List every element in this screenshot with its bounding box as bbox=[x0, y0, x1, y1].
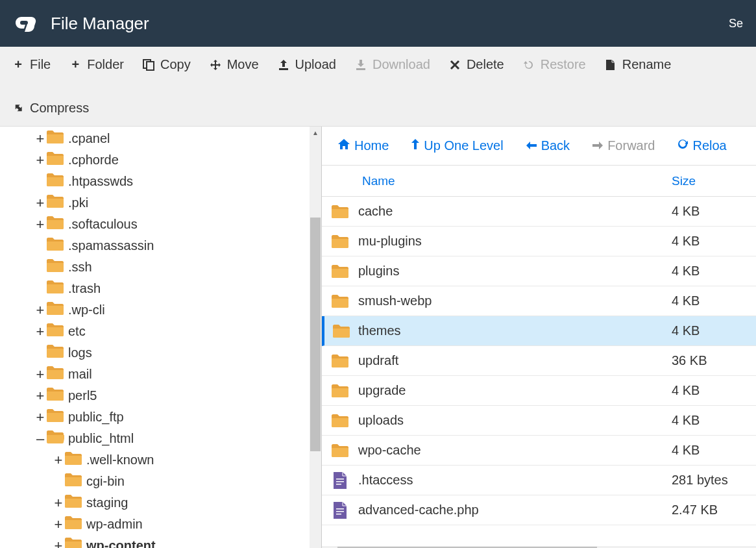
tree-item-wpadmin[interactable]: +wp-admin bbox=[36, 514, 321, 535]
document-icon bbox=[604, 58, 617, 71]
expand-toggle-icon[interactable]: + bbox=[36, 132, 45, 146]
expand-toggle-icon[interactable]: + bbox=[54, 539, 63, 549]
expand-toggle-icon[interactable] bbox=[36, 175, 45, 189]
home-button[interactable]: Home bbox=[337, 138, 389, 153]
download-button[interactable]: Download bbox=[354, 53, 430, 76]
tree-item-publichtml[interactable]: –public_html bbox=[36, 428, 321, 449]
expand-toggle-icon[interactable]: + bbox=[36, 196, 45, 210]
tree-item-publicftp[interactable]: +public_ftp bbox=[36, 406, 321, 428]
tree-item-label: public_html bbox=[68, 431, 134, 446]
file-row[interactable]: mu-plugins4 KB bbox=[322, 227, 756, 256]
tree-item-wellknown[interactable]: +.well-known bbox=[36, 449, 321, 471]
file-row[interactable]: plugins4 KB bbox=[322, 256, 756, 286]
expand-toggle-icon[interactable]: + bbox=[54, 496, 63, 510]
file-size: 2.47 KB bbox=[672, 503, 756, 517]
tree-item-spamassassin[interactable]: .spamassassin bbox=[36, 235, 321, 256]
new-file-button[interactable]: +File bbox=[12, 53, 51, 76]
file-size: 4 KB bbox=[672, 264, 756, 279]
folder-icon bbox=[46, 130, 64, 147]
tree-item-etc[interactable]: +etc bbox=[36, 321, 321, 342]
folder-icon bbox=[64, 516, 82, 533]
file-row[interactable]: updraft36 KB bbox=[322, 346, 756, 376]
tree-item-perl5[interactable]: +perl5 bbox=[36, 385, 321, 406]
file-row[interactable]: smush-webp4 KB bbox=[322, 286, 756, 316]
tree-item-label: staging bbox=[86, 495, 128, 510]
tree-item-pki[interactable]: +.pki bbox=[36, 192, 321, 214]
file-name: uploads bbox=[358, 413, 672, 428]
new-folder-button[interactable]: +Folder bbox=[69, 53, 124, 76]
arrow-left-icon bbox=[526, 138, 537, 153]
scroll-thumb[interactable] bbox=[310, 218, 321, 451]
file-row[interactable]: .htaccess281 bytes bbox=[322, 466, 756, 495]
tree-item-logs[interactable]: logs bbox=[36, 342, 321, 364]
upload-button[interactable]: Upload bbox=[277, 53, 336, 76]
folder-icon bbox=[46, 258, 64, 276]
tree-item-cpanel[interactable]: +.cpanel bbox=[36, 128, 321, 149]
tree-item-cphorde[interactable]: +.cphorde bbox=[36, 149, 321, 171]
sidebar-scrollbar[interactable]: ▲ ▼ bbox=[310, 127, 321, 548]
plus-icon: + bbox=[69, 58, 82, 71]
tree-item-label: wp-content bbox=[86, 538, 156, 548]
folder-icon bbox=[46, 151, 64, 169]
file-row[interactable]: upgrade4 KB bbox=[322, 376, 756, 406]
move-button[interactable]: Move bbox=[209, 53, 259, 76]
expand-toggle-icon[interactable]: + bbox=[36, 389, 45, 403]
expand-toggle-icon[interactable] bbox=[36, 239, 45, 253]
tree-item-wpcli[interactable]: +.wp-cli bbox=[36, 299, 321, 321]
expand-toggle-icon[interactable] bbox=[36, 346, 45, 360]
file-name: smush-webp bbox=[358, 293, 672, 308]
compress-button[interactable]: Compress bbox=[12, 97, 744, 119]
copy-button[interactable]: Copy bbox=[142, 53, 191, 76]
file-row[interactable]: wpo-cache4 KB bbox=[322, 436, 756, 466]
reload-button[interactable]: Reloa bbox=[677, 138, 726, 153]
expand-toggle-icon[interactable] bbox=[54, 475, 63, 489]
tree-item-wpcontent[interactable]: +wp-content bbox=[36, 535, 321, 548]
expand-toggle-icon[interactable]: + bbox=[36, 218, 45, 232]
file-list: cache4 KBmu-plugins4 KBplugins4 KBsmush-… bbox=[322, 197, 756, 546]
file-size: 4 KB bbox=[672, 323, 756, 338]
file-name: cache bbox=[358, 204, 672, 219]
column-name-header[interactable]: Name bbox=[322, 174, 672, 188]
file-name: plugins bbox=[358, 264, 672, 279]
expand-toggle-icon[interactable]: + bbox=[54, 453, 63, 467]
tree-item-label: .well-known bbox=[86, 453, 154, 467]
column-size-header[interactable]: Size bbox=[672, 174, 756, 188]
file-name: updraft bbox=[358, 353, 672, 368]
back-button[interactable]: Back bbox=[526, 138, 570, 153]
forward-button[interactable]: Forward bbox=[592, 138, 655, 153]
file-row[interactable]: uploads4 KB bbox=[322, 406, 756, 436]
scroll-up-icon[interactable]: ▲ bbox=[310, 127, 321, 138]
expand-toggle-icon[interactable]: + bbox=[36, 303, 45, 318]
expand-toggle-icon[interactable] bbox=[36, 282, 45, 296]
file-row[interactable]: advanced-cache.php2.47 KB bbox=[322, 495, 756, 525]
folder-tree: +.cpanel+.cphorde .htpasswds+.pki+.softa… bbox=[0, 128, 321, 548]
tree-item-cgibin[interactable]: cgi-bin bbox=[36, 471, 321, 492]
tree-item-staging[interactable]: +staging bbox=[36, 492, 321, 514]
delete-button[interactable]: Delete bbox=[448, 53, 504, 76]
folder-icon bbox=[64, 494, 82, 512]
header-search-text[interactable]: Se bbox=[729, 17, 743, 31]
tree-item-label: public_ftp bbox=[68, 410, 124, 425]
expand-toggle-icon[interactable]: + bbox=[36, 325, 45, 339]
tree-item-trash[interactable]: .trash bbox=[36, 278, 321, 299]
file-row[interactable]: themes4 KB bbox=[322, 316, 756, 346]
expand-toggle-icon[interactable]: + bbox=[36, 410, 45, 425]
expand-toggle-icon[interactable]: + bbox=[54, 517, 63, 532]
tree-item-htpasswds[interactable]: .htpasswds bbox=[36, 171, 321, 192]
tree-item-label: mail bbox=[68, 367, 92, 382]
tree-item-softaculous[interactable]: +.softaculous bbox=[36, 214, 321, 235]
expand-toggle-icon[interactable] bbox=[36, 260, 45, 275]
tree-item-ssh[interactable]: .ssh bbox=[36, 256, 321, 278]
file-name: advanced-cache.php bbox=[358, 503, 672, 517]
expand-toggle-icon[interactable]: – bbox=[36, 432, 45, 446]
file-row[interactable]: cache4 KB bbox=[322, 197, 756, 227]
tree-item-mail[interactable]: +mail bbox=[36, 364, 321, 385]
folder-icon bbox=[322, 354, 358, 368]
expand-toggle-icon[interactable]: + bbox=[36, 153, 45, 168]
app-header: File Manager Se bbox=[0, 0, 756, 47]
up-one-level-button[interactable]: Up One Level bbox=[411, 138, 503, 153]
restore-button[interactable]: Restore bbox=[522, 53, 586, 76]
rename-button[interactable]: Rename bbox=[604, 53, 672, 76]
expand-toggle-icon[interactable]: + bbox=[36, 367, 45, 382]
folder-icon bbox=[322, 384, 358, 398]
